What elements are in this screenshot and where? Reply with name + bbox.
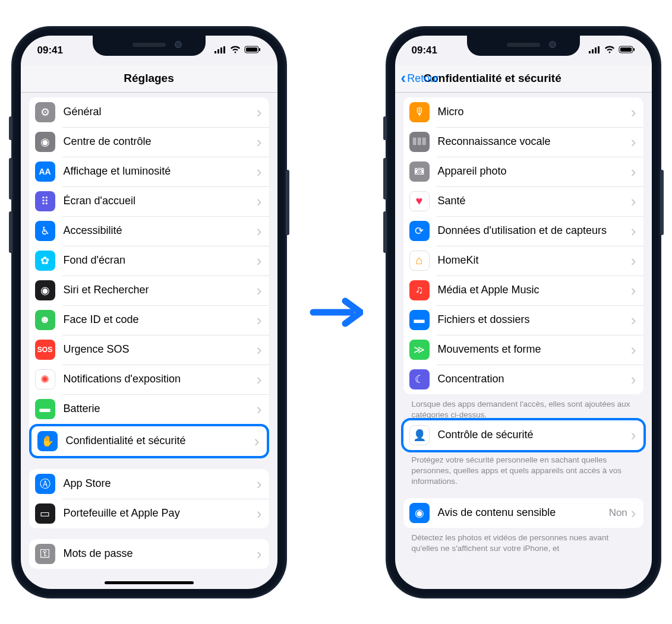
chevron-right-icon: ›: [631, 134, 636, 150]
svg-rect-10: [595, 47, 597, 53]
row-display[interactable]: AAAffichage et luminosité›: [29, 157, 269, 186]
row-label: Confidentialité et sécurité: [66, 435, 251, 448]
row-label: Avis de contenu sensible: [438, 506, 609, 520]
navigation-arrow: [310, 297, 363, 327]
svg-rect-6: [259, 48, 260, 51]
row-appstore[interactable]: ⒶApp Store›: [29, 469, 269, 499]
status-indicators: [589, 45, 635, 56]
chevron-right-icon: ›: [631, 253, 636, 268]
chevron-right-icon: ›: [631, 312, 636, 328]
row-label: Reconnaissance vocale: [438, 135, 627, 148]
back-label: Retour: [407, 72, 439, 85]
cellular-icon: [589, 45, 601, 56]
key-icon: ⚿: [35, 544, 55, 564]
row-sensitive[interactable]: ◉Avis de contenu sensibleNon›: [403, 498, 643, 528]
accessibility-icon: ♿︎: [35, 221, 55, 241]
row-wallet[interactable]: ▭Portefeuille et Apple Pay›: [29, 499, 269, 528]
eye-warning-icon: ◉: [409, 503, 430, 523]
row-research[interactable]: ⟳Données d'utilisation et de capteurs›: [403, 216, 643, 246]
moon-icon: ☾: [409, 369, 430, 389]
group-footer: Lorsque des apps demandent l'accès, elle…: [403, 394, 643, 420]
row-label: Contrôle de sécurité: [438, 429, 627, 442]
row-health[interactable]: ♥Santé›: [403, 186, 643, 216]
chevron-right-icon: ›: [631, 223, 636, 239]
row-label: Écran d'accueil: [64, 195, 253, 208]
svg-rect-9: [592, 49, 594, 53]
settings-list-right[interactable]: 🎙︎Micro›⦀⦀⦀Reconnaissance vocale›📷︎Appar…: [395, 93, 652, 589]
row-files[interactable]: ▬Fichiers et dossiers›: [403, 305, 643, 335]
research-icon: ⟳: [409, 221, 430, 241]
group-footer: Détectez les photos et vidéos de personn…: [403, 528, 643, 554]
wifi-icon: [604, 45, 615, 56]
settings-group: ⒶApp Store›▭Portefeuille et Apple Pay›: [29, 469, 269, 528]
chevron-right-icon: ›: [257, 164, 262, 179]
row-label: Siri et Rechercher: [64, 284, 253, 297]
battery-icon: [619, 45, 635, 56]
group-footer: Protégez votre sécurité personnelle en s…: [403, 450, 643, 487]
back-button[interactable]: ‹ Retour: [401, 72, 440, 85]
chevron-right-icon: ›: [257, 342, 262, 357]
row-label: Centre de contrôle: [64, 135, 253, 148]
row-passwords[interactable]: ⚿Mots de passe›: [29, 539, 269, 569]
chevron-right-icon: ›: [257, 223, 262, 239]
row-label: Données d'utilisation et de capteurs: [438, 224, 627, 237]
settings-list-left[interactable]: ⚙︎Général›◉Centre de contrôle›AAAffichag…: [21, 93, 277, 589]
status-indicators: [214, 45, 261, 56]
siri-icon: ◉: [35, 280, 55, 300]
waveform-icon: ⦀⦀⦀: [409, 132, 430, 152]
row-faceid[interactable]: ☻Face ID et code›: [29, 305, 269, 335]
row-control-center[interactable]: ◉Centre de contrôle›: [29, 127, 269, 157]
row-safety-check[interactable]: 👤Contrôle de sécurité›: [403, 420, 643, 450]
row-microphone[interactable]: 🎙︎Micro›: [403, 97, 643, 127]
chevron-right-icon: ›: [631, 372, 636, 387]
row-label: Média et Apple Music: [438, 284, 627, 297]
appstore-icon: Ⓐ: [35, 474, 55, 494]
home-indicator[interactable]: [105, 581, 194, 584]
row-general[interactable]: ⚙︎Général›: [29, 97, 269, 127]
row-speech[interactable]: ⦀⦀⦀Reconnaissance vocale›: [403, 127, 643, 157]
row-exposure[interactable]: ✺Notifications d'exposition›: [29, 365, 269, 394]
row-privacy[interactable]: ✋Confidentialité et sécurité›: [31, 426, 267, 456]
text-size-icon: AA: [35, 161, 55, 182]
chevron-right-icon: ›: [257, 401, 262, 417]
settings-group: ◉Avis de contenu sensibleNon›: [403, 498, 643, 528]
row-label: Mots de passe: [64, 547, 253, 560]
row-value: Non: [609, 507, 627, 519]
row-accessibility[interactable]: ♿︎Accessibilité›: [29, 216, 269, 246]
notch: [467, 36, 580, 56]
row-label: Micro: [438, 106, 627, 119]
chevron-right-icon: ›: [257, 253, 262, 268]
row-camera[interactable]: 📷︎Appareil photo›: [403, 157, 643, 186]
chevron-right-icon: ›: [257, 283, 262, 298]
chevron-right-icon: ›: [257, 372, 262, 387]
row-focus[interactable]: ☾Concentration›: [403, 365, 643, 394]
settings-group: 👤Contrôle de sécurité›: [401, 418, 646, 452]
chevron-right-icon: ›: [631, 164, 636, 179]
row-label: Santé: [438, 195, 627, 208]
chevron-right-icon: ›: [257, 312, 262, 328]
row-battery[interactable]: ▬Batterie›: [29, 394, 269, 424]
svg-rect-1: [217, 49, 219, 53]
chevron-right-icon: ›: [631, 505, 636, 521]
row-siri[interactable]: ◉Siri et Rechercher›: [29, 275, 269, 305]
hand-icon: ✋: [37, 431, 58, 451]
camera-icon: 📷︎: [409, 161, 430, 182]
wallet-icon: ▭: [35, 503, 55, 524]
row-home[interactable]: ⠿Écran d'accueil›: [29, 186, 269, 216]
row-sos[interactable]: SOSUrgence SOS›: [29, 335, 269, 365]
row-media[interactable]: ♫Média et Apple Music›: [403, 275, 643, 305]
wifi-icon: [230, 45, 241, 56]
svg-rect-0: [214, 51, 216, 53]
row-wallpaper[interactable]: ✿Fond d'écran›: [29, 246, 269, 275]
row-label: HomeKit: [438, 254, 627, 267]
navbar-left: Réglages: [21, 65, 277, 93]
chevron-right-icon: ›: [631, 283, 636, 298]
cellular-icon: [214, 45, 226, 56]
page-title: Réglages: [124, 72, 173, 85]
row-motion[interactable]: ≫Mouvements et forme›: [403, 335, 643, 365]
iphone-frame-left: 09:41 Réglages ⚙︎Général›◉Centre de cont…: [12, 27, 286, 597]
row-homekit[interactable]: ⌂HomeKit›: [403, 246, 643, 275]
svg-rect-13: [620, 47, 632, 52]
svg-rect-5: [246, 47, 257, 52]
chevron-right-icon: ›: [257, 476, 262, 492]
